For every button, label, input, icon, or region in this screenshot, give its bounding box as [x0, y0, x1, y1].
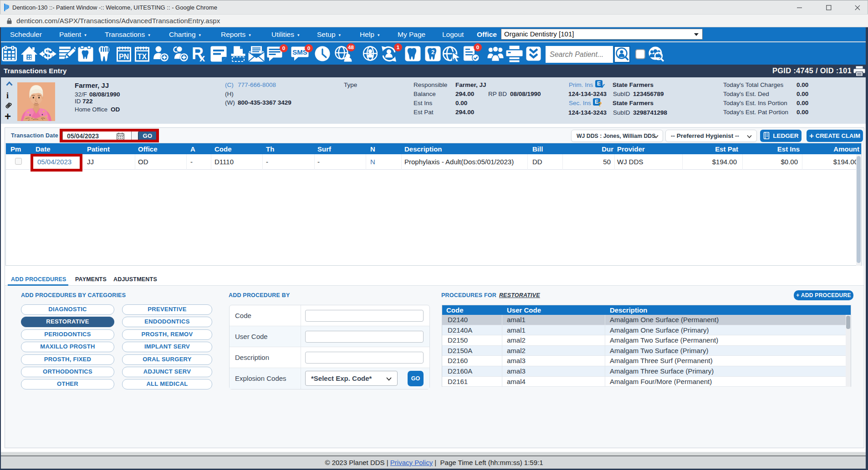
tab-payments[interactable]: PAYMENTS	[75, 276, 107, 283]
procedure-row[interactable]: D2160A amal3 Amalgam Three Surface (Prim…	[442, 366, 846, 377]
rx-icon[interactable]: R x	[192, 46, 208, 64]
print-icon[interactable]	[506, 45, 523, 64]
scheduler-calendar-icon[interactable]	[2, 46, 17, 63]
sec-ins-eligibility-icon[interactable]: E ?	[593, 98, 602, 107]
transaction-row[interactable]: 05/04/2023 JJ OD - D1110 - - N Prophylax…	[6, 154, 861, 170]
tooth2-button-icon[interactable]: 2	[425, 46, 441, 63]
patient-search-icon[interactable]	[614, 46, 630, 63]
perio-tooth-icon[interactable]	[98, 46, 111, 64]
category-button[interactable]: PROSTH, REMOV	[122, 329, 212, 340]
minimize-button[interactable]	[789, 0, 810, 14]
row-checkbox[interactable]	[15, 158, 22, 165]
patient-group-icon[interactable]	[487, 46, 504, 63]
group-search-icon[interactable]	[647, 46, 664, 64]
category-button[interactable]: ORAL SURGERY	[122, 354, 212, 365]
category-button[interactable]: RESTORATIVE	[21, 317, 114, 327]
tooth-button-icon[interactable]	[405, 46, 421, 63]
treatment-plan-icon[interactable]: TX	[135, 46, 149, 64]
mail-document-icon[interactable]	[248, 46, 265, 64]
search-patient-input[interactable]	[546, 46, 613, 63]
explosion-go-button[interactable]: GO	[408, 371, 424, 386]
category-button[interactable]: ENDODONTICS	[122, 317, 212, 327]
category-button[interactable]: ADJUNCT SERV	[122, 367, 212, 377]
table-vertical-scrollbar[interactable]	[856, 154, 861, 266]
browser-address-bar[interactable]: denticon.com/ASPX/Transactions/AdvancedT…	[0, 14, 868, 27]
sms-icon[interactable]: SMS 0	[291, 46, 309, 63]
close-button[interactable]	[847, 0, 868, 14]
procedure-row[interactable]: D2140A amal1 Amalgam One Surface (Primar…	[442, 325, 846, 336]
menu-item[interactable]: My Page	[398, 30, 425, 39]
time-clock-icon[interactable]	[315, 46, 330, 63]
menu-item[interactable]: Logout	[442, 30, 464, 39]
procedure-row[interactable]: D2150A amal2 Amalgam Two Surface (Primar…	[442, 346, 846, 356]
horizontal-scrollbar[interactable]	[0, 452, 868, 455]
menu-item[interactable]: Utilities▾	[271, 30, 299, 39]
collapse-panel-icon[interactable]	[6, 81, 13, 87]
menu-item[interactable]: Setup▾	[317, 30, 341, 39]
web-person-icon[interactable]	[363, 46, 378, 63]
procedure-row[interactable]: D2160 amal3 Amalgam Three Surf (Permanen…	[442, 356, 846, 366]
ledger-button[interactable]: LEDGER	[760, 130, 802, 142]
web-patient-icon[interactable]: 48	[335, 46, 352, 64]
menu-item[interactable]: Patient▾	[59, 30, 87, 39]
page-url[interactable]: denticon.com/ASPX/Transactions/AdvancedT…	[16, 17, 220, 25]
scan-icon[interactable]	[231, 46, 245, 64]
tab-add-procedures[interactable]: ADD PROCEDURES	[11, 276, 66, 283]
explosion-codes-select[interactable]: *Select Exp. Code*	[305, 371, 398, 386]
category-button[interactable]: IMPLANT SERV	[122, 342, 212, 352]
category-button[interactable]: PREVENTIVE	[122, 304, 212, 315]
patient-sync-icon[interactable]: 1	[381, 46, 397, 64]
print-page-icon[interactable]	[853, 66, 865, 78]
menu-item[interactable]: Scheduler	[10, 30, 42, 39]
create-claim-button[interactable]: + CREATE CLAIM	[807, 130, 863, 142]
dollar-transactions-icon[interactable]: $	[39, 46, 56, 64]
category-button[interactable]: MAXILLO PROSTH	[21, 342, 114, 352]
procedure-row[interactable]: D2161 amal4 Amalgam Four/More (Permanent…	[442, 377, 846, 387]
category-button[interactable]: DIAGNOSTIC	[21, 304, 114, 315]
document-check-icon[interactable]: 0	[463, 46, 480, 64]
chart-edit-icon[interactable]	[58, 46, 76, 64]
phone-work-value: 800-435-3367 3429	[238, 99, 291, 106]
tab-adjustments[interactable]: ADJUSTMENTS	[113, 276, 157, 283]
web-cursor-icon[interactable]	[443, 46, 461, 64]
pgid-oid: PGID :4745 / OID :101	[772, 66, 852, 75]
menu-item[interactable]: Reports▾	[221, 30, 251, 39]
patient-photo[interactable]	[17, 82, 55, 121]
collapse-chevrons-icon[interactable]	[526, 46, 541, 63]
home-icon[interactable]	[21, 46, 37, 64]
hygienist-select[interactable]: -- Preferred Hygienist --	[665, 130, 757, 142]
code-input[interactable]	[305, 310, 424, 322]
category-button[interactable]: OTHER	[21, 379, 114, 389]
category-button[interactable]: PROSTH, FIXED	[21, 354, 114, 365]
user-code-input[interactable]	[305, 331, 424, 343]
menu-item[interactable]: Charting▾	[169, 30, 201, 39]
sec-ins-link[interactable]: Sec. Ins	[569, 100, 591, 106]
note-icon[interactable]	[210, 46, 227, 64]
office-select[interactable]: Organic Dentistry [101]	[501, 29, 703, 40]
procedure-row[interactable]: D2150 amal2 Amalgam Two Surface (Permane…	[442, 335, 846, 346]
privacy-policy-link[interactable]: Privacy Policy	[390, 459, 433, 466]
add-patient-icon[interactable]	[153, 46, 169, 64]
prim-ins-link[interactable]: Prim. Ins	[569, 81, 593, 88]
add-icon[interactable]: +	[5, 110, 11, 123]
add-family-icon[interactable]	[172, 46, 188, 64]
category-button[interactable]: PERIODONTICS	[21, 329, 114, 340]
attachment-icon[interactable]	[5, 101, 12, 111]
category-button[interactable]: ALL MEDICAL	[122, 379, 212, 389]
patient-info-icon[interactable]: i	[6, 91, 9, 101]
tooth-chart-icon[interactable]	[78, 46, 93, 64]
description-input[interactable]	[305, 352, 424, 364]
procedures-scrollbar[interactable]	[846, 315, 851, 387]
provider-select[interactable]: WJ DDS : Jones, William DDS	[571, 130, 663, 142]
menu-item[interactable]: Transactions▾	[105, 30, 150, 39]
phone-cell-value[interactable]: 777-666-8008	[238, 81, 276, 88]
prim-ins-eligibility-icon[interactable]: E ✓	[595, 80, 604, 89]
chat-icon[interactable]: 0	[267, 46, 282, 63]
add-procedure-button[interactable]: + ADD PROCEDURE	[794, 290, 853, 300]
menu-item[interactable]: Help▾	[360, 30, 379, 39]
procedure-row[interactable]: D2140 amal1 Amalgam One Surface (Permane…	[442, 315, 846, 325]
maximize-button[interactable]	[818, 0, 839, 14]
progress-notes-icon[interactable]: PN	[117, 46, 131, 64]
toolbar-checkbox[interactable]	[636, 50, 644, 58]
category-button[interactable]: ORTHODONTICS	[21, 367, 114, 377]
